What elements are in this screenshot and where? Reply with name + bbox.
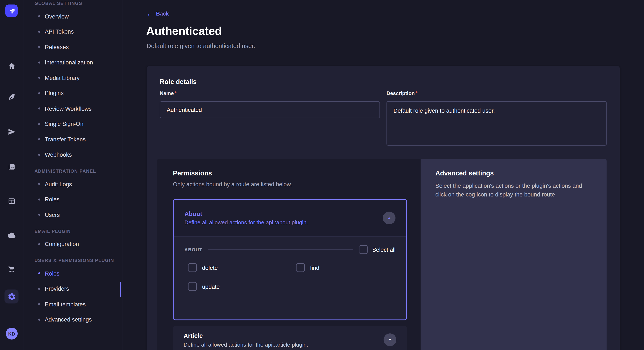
permissions-panel: Permissions Only actions bound by a rout… xyxy=(157,159,420,350)
sidebar-item-users[interactable]: Users xyxy=(24,207,122,222)
sidebar-item-providers[interactable]: Providers xyxy=(24,281,122,296)
group-label: ABOUT xyxy=(184,247,202,252)
back-link[interactable]: ← Back xyxy=(146,11,169,17)
sidebar-item-label: Plugins xyxy=(45,90,64,97)
chevron-down-icon: ▼ xyxy=(388,338,392,342)
sidebar-item-label: API Tokens xyxy=(45,28,74,35)
accordion-article[interactable]: Article Define all allowed actions for t… xyxy=(173,326,407,350)
back-label: Back xyxy=(156,11,169,17)
sidebar-item-audit-logs[interactable]: Audit Logs xyxy=(24,176,122,191)
expand-button[interactable]: ▼ xyxy=(384,334,396,346)
permissions-subtitle: Only actions bound by a route are listed… xyxy=(173,181,292,187)
sidebar-item-email-templates[interactable]: Email templates xyxy=(24,296,122,312)
action-label: update xyxy=(202,283,220,290)
sidebar-item-label: Configuration xyxy=(45,241,79,247)
group-divider xyxy=(208,249,353,250)
accordion-about-subtitle: Define all allowed actions for the api::… xyxy=(184,219,308,226)
sidebar-item-plugins[interactable]: Plugins xyxy=(24,85,122,101)
permission-action-update: update xyxy=(188,282,296,291)
select-all-label: Select all xyxy=(372,246,396,253)
accordion-about: About Define all allowed actions for the… xyxy=(173,199,407,320)
sidebar-item-label: Overview xyxy=(45,13,69,19)
rail-bottom-divider xyxy=(0,316,24,316)
sidebar-item-overview[interactable]: Overview xyxy=(24,8,122,24)
sidebar-section: ADMINISTRATION PANELAudit LogsRolesUsers xyxy=(24,168,122,223)
arrow-left-icon: ← xyxy=(146,11,153,16)
bullet-icon xyxy=(38,108,40,110)
bullet-icon xyxy=(38,198,40,200)
cloud-icon[interactable] xyxy=(6,229,17,241)
accordion-article-title: Article xyxy=(184,332,203,339)
user-avatar[interactable]: KD xyxy=(6,328,18,340)
required-asterisk: * xyxy=(175,91,176,96)
sidebar-item-configuration[interactable]: Configuration xyxy=(24,236,122,252)
advanced-settings-heading: Advanced settings xyxy=(435,170,494,177)
select-all-checkbox[interactable] xyxy=(359,245,368,254)
paper-plane-icon[interactable] xyxy=(6,126,17,137)
role-card: Role details Name* Description* Default … xyxy=(146,66,620,350)
bullet-icon xyxy=(38,46,40,48)
sidebar-section-title: EMAIL PLUGIN xyxy=(24,228,122,236)
sidebar-item-label: Transfer Tokens xyxy=(45,136,86,143)
strapi-logo[interactable] xyxy=(5,4,18,17)
accordion-about-body: ABOUT Select all deletefindupdate xyxy=(174,236,406,319)
sidebar-item-label: Releases xyxy=(45,44,69,50)
sidebar-item-media-library[interactable]: Media Library xyxy=(24,70,122,85)
home-icon[interactable] xyxy=(6,60,17,71)
name-input[interactable] xyxy=(160,101,380,118)
sidebar-item-advanced-settings[interactable]: Advanced settings xyxy=(24,312,122,327)
permission-action-find: find xyxy=(296,263,404,272)
sidebar-section: EMAIL PLUGINConfiguration xyxy=(24,228,122,252)
sidebar-item-label: Media Library xyxy=(45,75,80,81)
gear-icon[interactable] xyxy=(4,290,18,304)
permissions-heading: Permissions xyxy=(173,170,212,177)
bullet-icon xyxy=(38,243,40,245)
sidebar-section-title: GLOBAL SETTINGS xyxy=(24,0,122,9)
delete-checkbox[interactable] xyxy=(188,263,196,272)
sidebar-item-transfer-tokens[interactable]: Transfer Tokens xyxy=(24,132,122,147)
sidebar-section: USERS & PERMISSIONS PLUGINRolesProviders… xyxy=(24,257,122,327)
permission-group-row: ABOUT Select all xyxy=(184,245,396,254)
sidebar-item-review-workflows[interactable]: Review Workflows xyxy=(24,101,122,116)
sidebar-item-label: Audit Logs xyxy=(45,181,72,187)
advanced-settings-body: Select the application's actions or the … xyxy=(435,181,592,199)
rail-divider xyxy=(5,24,18,24)
bullet-icon xyxy=(38,288,40,290)
sidebar-item-label: Users xyxy=(45,212,60,218)
accordion-about-title: About xyxy=(184,210,202,217)
bullet-icon xyxy=(38,138,40,140)
sidebar-item-roles[interactable]: Roles xyxy=(24,266,122,281)
feather-icon[interactable] xyxy=(6,91,17,103)
bullet-icon xyxy=(38,319,40,321)
layout-icon[interactable] xyxy=(6,195,17,207)
sidebar-item-api-tokens[interactable]: API Tokens xyxy=(24,24,122,39)
sidebar-section: GLOBAL SETTINGSOverviewAPI TokensRelease… xyxy=(24,0,122,163)
sidebar-item-single-sign-on[interactable]: Single Sign-On xyxy=(24,116,122,132)
accordion-article-subtitle: Define all allowed actions for the api::… xyxy=(184,342,308,348)
update-checkbox[interactable] xyxy=(188,282,196,291)
accordion-about-header[interactable]: About Define all allowed actions for the… xyxy=(174,200,406,236)
strapi-admin-page: KD GLOBAL SETTINGSOverviewAPI TokensRele… xyxy=(0,0,644,350)
sidebar-item-label: Email templates xyxy=(45,301,86,308)
sidebar-item-webhooks[interactable]: Webhooks xyxy=(24,147,122,162)
permission-action-delete: delete xyxy=(188,263,296,272)
cart-icon[interactable] xyxy=(6,263,17,274)
sidebar-item-internationalization[interactable]: Internationalization xyxy=(24,55,122,70)
sidebar-item-label: Internationalization xyxy=(45,59,93,66)
sidebar-item-label: Providers xyxy=(45,286,69,292)
sidebar-item-label: Webhooks xyxy=(45,151,72,158)
find-checkbox[interactable] xyxy=(296,263,305,272)
bullet-icon xyxy=(38,154,40,156)
collapse-button[interactable]: ▲ xyxy=(383,212,396,224)
sidebar-item-releases[interactable]: Releases xyxy=(24,39,122,55)
sidebar-item-label: Review Workflows xyxy=(45,105,92,112)
required-asterisk: * xyxy=(416,91,418,96)
strapi-logo-icon xyxy=(8,7,15,14)
sidebar-item-roles[interactable]: Roles xyxy=(24,192,122,207)
sidebar-item-label: Single Sign-On xyxy=(45,121,84,127)
sidebar-item-label: Roles xyxy=(45,270,60,277)
nav-rail: KD xyxy=(0,0,24,350)
bullet-icon xyxy=(38,214,40,216)
description-textarea[interactable]: Default role given to authenticated user… xyxy=(386,101,607,146)
media-library-icon[interactable] xyxy=(6,161,17,173)
